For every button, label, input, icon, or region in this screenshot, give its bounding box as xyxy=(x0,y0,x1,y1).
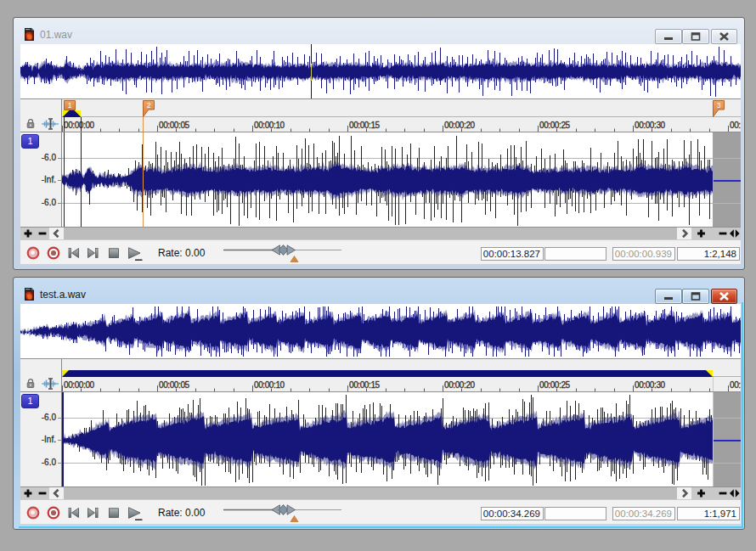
svg-text:1: 1 xyxy=(67,101,71,110)
svg-text:3: 3 xyxy=(717,101,721,110)
svg-text:2: 2 xyxy=(146,101,150,110)
